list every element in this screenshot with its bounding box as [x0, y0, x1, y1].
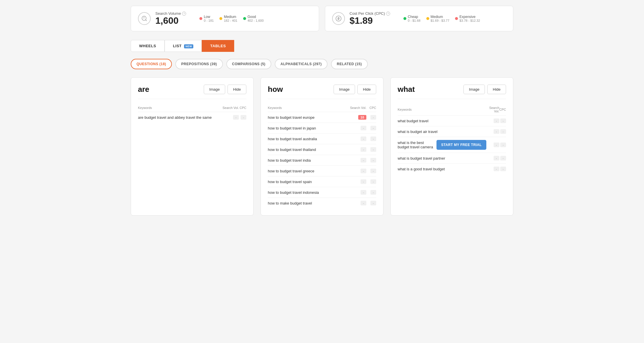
search-volume-card: Search Volume ? 1,600 Low 0 - 181 Medium — [131, 6, 319, 31]
cpc-card: Cost Per Click (CPC) ? $1.89 Cheap 0 - $… — [325, 6, 513, 31]
tab-wheels[interactable]: WHEELS — [131, 40, 165, 52]
cpc-cell: - — [239, 112, 246, 123]
cards-grid: are Image Hide Keywords Search Vol. CPC … — [131, 77, 513, 216]
vol-cell: - — [343, 198, 366, 209]
keyword-cell: how to budget travel india — [268, 155, 343, 166]
cpc-cell: - — [366, 198, 376, 209]
filter-alphabeticals[interactable]: ALPHABETICALS (297) — [275, 59, 328, 69]
col-searchvol-what: Search Vol. — [486, 105, 499, 116]
vol-cell: - — [343, 166, 366, 176]
col-keywords-how: Keywords — [268, 105, 343, 112]
legend-dot-low — [199, 17, 202, 20]
search-volume-help-icon[interactable]: ? — [182, 12, 186, 16]
new-badge: NEW — [184, 44, 194, 48]
table-row: what is budget air travel-- — [398, 126, 506, 137]
vol-cell: - — [343, 176, 366, 187]
card-how: how Image Hide Keywords Search Vol. CPC … — [261, 77, 383, 216]
filter-questions[interactable]: QUESTIONS (18) — [131, 59, 172, 69]
tabs-row: WHEELS LIST NEW TABLES — [131, 40, 513, 52]
keyword-cell: how to budget travel europe — [268, 112, 343, 123]
table-row: how to budget travel australia-- — [268, 134, 376, 144]
filter-comparisons[interactable]: COMPARISONS (5) — [226, 59, 271, 69]
card-how-table: Keywords Search Vol. CPC how to budget t… — [268, 105, 376, 208]
table-row: how to budget travel europe10- — [268, 112, 376, 123]
card-are-image-btn[interactable]: Image — [204, 85, 225, 94]
vol-cell: - — [486, 137, 499, 153]
cpc-cell: - — [499, 164, 506, 174]
vol-cell: - — [486, 153, 499, 164]
vol-cell: - — [343, 144, 366, 155]
card-what-title: what — [398, 85, 415, 94]
table-row: how to budget travel in japan-- — [268, 123, 376, 134]
col-cpc-are: CPC — [239, 105, 246, 112]
inline-trial-wrapper: what is the best budget travel cameraSTA… — [398, 140, 486, 150]
legend-dot-medium — [219, 17, 222, 20]
table-row: how to budget travel indonesia-- — [268, 187, 376, 198]
vol-cell: - — [221, 112, 239, 123]
cpc-cell: - — [366, 187, 376, 198]
col-cpc-what: CPC — [499, 105, 506, 116]
table-row: how to budget travel spain-- — [268, 176, 376, 187]
table-row: what is budget travel partner-- — [398, 153, 506, 164]
card-how-header: how Image Hide — [268, 85, 376, 99]
start-trial-button[interactable]: START MY FREE TRIAL — [436, 140, 486, 150]
cpc-cell: - — [499, 116, 506, 126]
table-row: how to budget travel thailand-- — [268, 144, 376, 155]
card-are-hide-btn[interactable]: Hide — [228, 85, 246, 94]
svg-line-1 — [145, 20, 147, 21]
cpc-cell: - — [499, 126, 506, 137]
keyword-cell: are budget travel and abbey travel the s… — [138, 112, 221, 123]
keyword-cell: how to budget travel indonesia — [268, 187, 343, 198]
vol-cell: - — [343, 187, 366, 198]
search-volume-legend: Low 0 - 181 Medium 182 - 401 Good 402 — [199, 15, 263, 22]
col-cpc-how: CPC — [366, 105, 376, 112]
vol-cell: - — [343, 155, 366, 166]
cpc-label: Cost Per Click (CPC) ? — [350, 11, 390, 16]
card-how-hide-btn[interactable]: Hide — [357, 85, 376, 94]
cpc-cell: - — [366, 123, 376, 134]
cpc-cell: - — [366, 144, 376, 155]
stats-bar: Search Volume ? 1,600 Low 0 - 181 Medium — [131, 6, 513, 31]
filter-related[interactable]: RELATED (15) — [331, 59, 368, 69]
keyword-cell: how to budget travel spain — [268, 176, 343, 187]
keyword-cell: how to budget travel in japan — [268, 123, 343, 134]
tab-tables[interactable]: TABLES — [202, 40, 234, 52]
legend-dot-expensive — [455, 17, 458, 20]
cpc-help-icon[interactable]: ? — [386, 12, 390, 16]
card-what-table: Keywords Search Vol. CPC what budget tra… — [398, 105, 506, 174]
legend-dot-good — [243, 17, 246, 20]
legend-dot-medium-cpc — [426, 17, 429, 20]
keyword-cell: how to budget travel greece — [268, 166, 343, 176]
card-what: what Image Hide Keywords Search Vol. CPC… — [390, 77, 513, 216]
vol-cell: - — [343, 123, 366, 134]
filter-prepositions[interactable]: PREPOSITIONS (39) — [175, 59, 223, 69]
table-row: how to budget travel india-- — [268, 155, 376, 166]
cpc-cell: - — [366, 176, 376, 187]
tab-list[interactable]: LIST NEW — [165, 40, 202, 52]
search-volume-label: Search Volume ? — [155, 11, 186, 16]
cpc-cell: - — [366, 134, 376, 144]
legend-item-low: Low 0 - 181 — [199, 15, 214, 22]
card-what-header: what Image Hide — [398, 85, 506, 99]
card-are-header: are Image Hide — [138, 85, 246, 99]
vol-cell: 10 — [343, 112, 366, 123]
card-what-image-btn[interactable]: Image — [463, 85, 485, 94]
col-searchvol-how: Search Vol. — [343, 105, 366, 112]
card-are-title: are — [138, 85, 149, 94]
vol-cell: - — [343, 134, 366, 144]
card-what-hide-btn[interactable]: Hide — [487, 85, 506, 94]
vol-cell: - — [486, 164, 499, 174]
filter-pills: QUESTIONS (18) PREPOSITIONS (39) COMPARI… — [131, 59, 513, 69]
card-how-title: how — [268, 85, 283, 94]
legend-item-medium: Medium 182 - 401 — [219, 15, 237, 22]
keyword-cell: what budget travel — [398, 116, 486, 126]
legend-item-medium-cpc: Medium $1.69 - $3.77 — [426, 15, 450, 22]
legend-item-cheap: Cheap 0 - $1.68 — [403, 15, 420, 22]
cpc-cell: - — [499, 153, 506, 164]
card-how-image-btn[interactable]: Image — [334, 85, 355, 94]
card-are: are Image Hide Keywords Search Vol. CPC … — [131, 77, 254, 216]
cpc-cell: - — [366, 112, 376, 123]
keyword-cell: what is budget travel partner — [398, 153, 486, 164]
card-are-table: Keywords Search Vol. CPC are budget trav… — [138, 105, 246, 123]
table-row: what budget travel-- — [398, 116, 506, 126]
